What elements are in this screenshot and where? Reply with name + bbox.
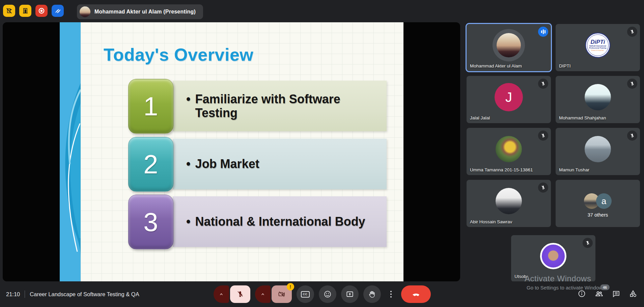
- participant-name: Umma Tamanna 201-15-13861: [470, 167, 533, 172]
- chat-icon[interactable]: [612, 289, 620, 299]
- bullet: •: [186, 92, 191, 120]
- avatar: [585, 84, 611, 110]
- participants-panel: Mohammad Akter ul Alam DiPTi Daffodil In…: [467, 24, 640, 283]
- slide-title: Today's Overview: [104, 45, 253, 65]
- annotate-icon[interactable]: [52, 5, 64, 17]
- mic-off-icon: [627, 27, 637, 37]
- mic-off-icon: [538, 131, 548, 141]
- presenter-label: Mohammad Akter ul Alam (Presenting): [94, 9, 196, 15]
- activate-windows-watermark: Activate Windows: [525, 274, 591, 283]
- mic-options-chevron[interactable]: [214, 285, 229, 303]
- reactions-button[interactable]: [319, 285, 336, 303]
- participant-name: DIPTI: [559, 63, 571, 68]
- dipti-logo: DiPTi Daffodil International Professiona…: [585, 33, 610, 58]
- presenter-avatar: [80, 6, 90, 17]
- item-1-number-badge: 1: [128, 79, 173, 134]
- item-3-number-badge: 3: [128, 195, 173, 249]
- participant-name: Mohammad Shahjahan: [559, 115, 606, 120]
- activate-windows-subtext: Go to Settings to activate Windows.: [527, 285, 607, 290]
- mic-mute-button[interactable]: [230, 285, 250, 303]
- end-call-button[interactable]: [401, 285, 431, 303]
- speaking-indicator-icon: [538, 27, 548, 37]
- mic-off-icon: [583, 238, 593, 248]
- tile-jalal[interactable]: J Jalal Jalal: [467, 76, 551, 123]
- item-3-bar: •National & International Body: [173, 196, 387, 247]
- camera-alert-badge: !: [287, 283, 294, 290]
- camera-options-chevron[interactable]: [255, 285, 271, 303]
- tile-mohammad-akter[interactable]: Mohammad Akter ul Alam: [467, 24, 551, 71]
- avatar: [493, 29, 525, 61]
- divider: [25, 290, 25, 298]
- raise-hand-button[interactable]: [363, 285, 381, 303]
- slide-item-3: 3 •National & International Body: [60, 195, 403, 251]
- participant-name: Jalal Jalal: [470, 115, 490, 120]
- bullet: •: [186, 157, 191, 171]
- mic-control-group: [214, 285, 250, 303]
- item-2-text: Job Market: [195, 157, 259, 171]
- tile-mamun[interactable]: Mamun Tushar: [556, 128, 640, 175]
- mic-off-icon: [538, 183, 548, 193]
- others-count-label: 37 others: [556, 212, 640, 218]
- tile-others[interactable]: a 37 others: [556, 180, 640, 227]
- participant-count-badge: 46: [600, 284, 610, 290]
- item-1-text: Familiarize with Software Testing: [195, 92, 375, 120]
- avatar: [496, 136, 522, 162]
- clock-time: 21:10: [6, 291, 20, 298]
- record-icon[interactable]: [35, 5, 48, 17]
- mic-off-icon: [627, 79, 637, 89]
- activities-icon[interactable]: [629, 289, 637, 299]
- others-avatars: a: [584, 193, 612, 209]
- avatar-initial: J: [495, 83, 523, 111]
- meeting-details-icon[interactable]: [578, 289, 586, 299]
- meeting-title: Career Landscape of Software Testing & Q…: [30, 291, 139, 298]
- item-1-bar: •Familiarize with Software Testing: [173, 81, 387, 131]
- item-2-number-badge: 2: [128, 137, 173, 192]
- item-3-text: National & International Body: [195, 215, 365, 228]
- avatar-initial: a: [596, 193, 612, 209]
- slide-item-1: 1 •Familiarize with Software Testing: [60, 79, 403, 135]
- tile-abir[interactable]: Abir Hossain Sawrav: [467, 180, 551, 227]
- tile-dipti[interactable]: DiPTi Daffodil International Professiona…: [556, 24, 640, 71]
- more-options-button[interactable]: [386, 285, 396, 303]
- door-icon[interactable]: [19, 5, 31, 17]
- presenter-banner[interactable]: Mohammad Akter ul Alam (Presenting): [77, 4, 203, 19]
- mic-off-icon: [627, 131, 637, 141]
- presentation-stage[interactable]: Today's Overview 1 •Familiarize with Sof…: [3, 22, 460, 281]
- mic-off-icon: [538, 79, 548, 89]
- call-controls: ! CC: [214, 285, 431, 303]
- top-bar: Mohammad Akter ul Alam (Presenting): [0, 0, 644, 22]
- participant-name: Mamun Tushar: [559, 167, 589, 172]
- tile-shahjahan[interactable]: Mohammad Shahjahan: [556, 76, 640, 123]
- camera-control-group: !: [255, 285, 292, 303]
- slide-item-2: 2 •Job Market: [60, 137, 403, 193]
- avatar: [496, 188, 522, 214]
- item-2-bar: •Job Market: [173, 139, 387, 189]
- participant-name: Mohammad Akter ul Alam: [470, 63, 522, 68]
- present-screen-button[interactable]: [341, 285, 359, 303]
- building-slash-icon[interactable]: [3, 5, 15, 17]
- participant-name: Abir Hossain Sawrav: [470, 219, 512, 224]
- avatar: [585, 136, 611, 162]
- slide: Today's Overview 1 •Familiarize with Sof…: [60, 22, 403, 281]
- captions-button[interactable]: CC: [297, 285, 314, 303]
- avatar: [540, 243, 566, 269]
- tile-umma[interactable]: Umma Tamanna 201-15-13861: [467, 128, 551, 175]
- bullet: •: [186, 215, 191, 228]
- people-icon[interactable]: [594, 289, 604, 300]
